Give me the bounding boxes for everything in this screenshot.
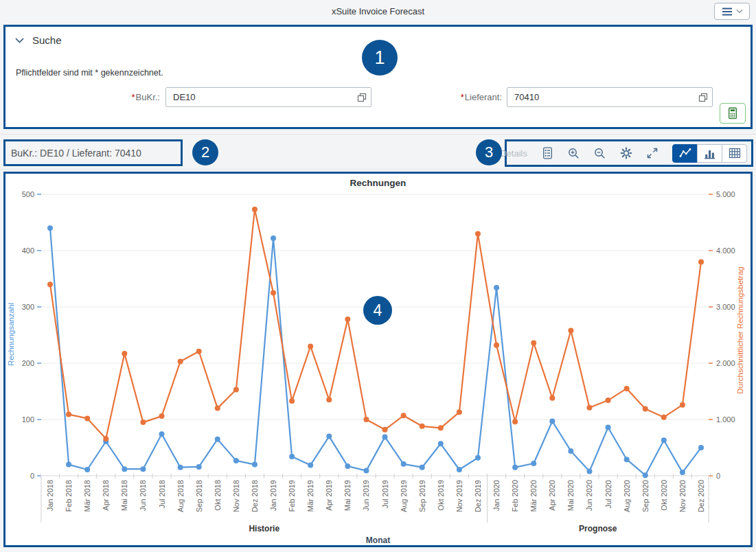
x-axis-label: Mai 2019 xyxy=(343,480,352,511)
data-point xyxy=(215,406,220,411)
data-point xyxy=(549,419,555,424)
chevron-down-icon xyxy=(736,9,743,14)
data-point xyxy=(122,466,127,472)
y-right-tick-label: 1.000 xyxy=(716,415,735,424)
lieferant-input[interactable] xyxy=(507,88,691,106)
data-point xyxy=(215,437,220,442)
x-axis-label: Jul 2019 xyxy=(381,480,389,509)
data-point xyxy=(438,441,444,446)
data-point xyxy=(363,417,369,422)
go-calculate-button[interactable] xyxy=(720,103,746,124)
data-point xyxy=(47,225,53,231)
filter-summary-text: BuKr.: DE10 / Lieferant: 70410 xyxy=(5,148,141,159)
data-point xyxy=(233,387,239,393)
required-fields-hint: Pflichtfelder sind mit * gekennzeichnet. xyxy=(16,68,163,78)
calculator-icon xyxy=(726,107,739,119)
bar-chart-icon xyxy=(704,148,715,159)
y-left-tick-label: 0 xyxy=(30,472,34,480)
data-point xyxy=(289,398,295,404)
data-point xyxy=(698,259,704,264)
data-point xyxy=(363,468,369,474)
x-axis-label: Sep 2019 xyxy=(418,480,426,512)
x-axis-label: Sep 2020 xyxy=(641,480,650,512)
y-left-tick-label: 100 xyxy=(22,415,34,424)
zoom-in-icon xyxy=(568,148,580,159)
x-axis-label: Okt 2019 xyxy=(437,480,445,511)
bar-chart-toggle[interactable] xyxy=(697,144,722,163)
x-axis-label: Feb 2019 xyxy=(288,480,296,511)
bukr-input[interactable] xyxy=(166,88,350,106)
x-axis-label: Okt 2018 xyxy=(214,480,222,511)
y-right-tick-label: 2.000 xyxy=(716,359,735,367)
x-axis-label: Apr 2020 xyxy=(548,480,556,511)
filter-summary-box: BuKr.: DE10 / Lieferant: 70410 xyxy=(3,139,183,166)
zoom-out-button[interactable] xyxy=(594,148,606,159)
bukr-input-wrapper xyxy=(165,87,371,107)
line-chart-toggle[interactable] xyxy=(672,144,698,163)
data-point xyxy=(494,343,499,348)
data-point xyxy=(140,466,146,472)
x-axis-label: Mai 2020 xyxy=(566,480,575,511)
fullscreen-button[interactable] xyxy=(647,148,658,159)
data-point xyxy=(624,386,630,391)
data-point xyxy=(586,468,592,474)
x-axis-label: Aug 2019 xyxy=(400,480,408,512)
legend-icon xyxy=(542,147,553,159)
data-point xyxy=(643,472,648,478)
data-point xyxy=(382,427,388,433)
x-axis-label: Jul 2020 xyxy=(604,480,612,509)
data-point xyxy=(178,465,183,470)
divider xyxy=(0,169,756,170)
value-help-icon[interactable] xyxy=(357,93,367,105)
y-left-tick-label: 400 xyxy=(22,246,34,255)
data-point xyxy=(233,458,239,463)
data-point xyxy=(494,285,499,290)
x-axis-label: Nov 2020 xyxy=(678,480,687,512)
x-axis-label: Mai 2018 xyxy=(120,480,128,511)
data-point xyxy=(252,207,257,212)
x-axis-label: Mär 2018 xyxy=(83,480,91,511)
divider xyxy=(0,134,756,135)
data-point xyxy=(326,397,332,402)
y-left-tick-label: 200 xyxy=(22,359,34,367)
chevron-down-icon xyxy=(15,38,24,43)
data-point xyxy=(122,351,127,356)
x-axis-label: Okt 2020 xyxy=(660,480,668,511)
data-point xyxy=(382,434,388,439)
data-point xyxy=(698,445,704,450)
x-axis-label: Feb 2020 xyxy=(511,480,519,511)
x-axis-label: Dez 2019 xyxy=(474,480,482,512)
lieferant-input-wrapper xyxy=(507,87,713,107)
data-point xyxy=(680,470,685,475)
data-point xyxy=(271,235,276,241)
x-axis-label: Dez 2018 xyxy=(251,480,259,512)
table-icon xyxy=(729,148,741,159)
data-point xyxy=(66,412,71,417)
data-point xyxy=(512,419,518,424)
x-axis-label: Feb 2018 xyxy=(65,480,73,511)
data-point xyxy=(308,343,313,349)
value-help-icon[interactable] xyxy=(698,93,708,105)
fullscreen-icon xyxy=(647,148,658,159)
annotation-badge-4: 4 xyxy=(363,296,392,325)
settings-button[interactable] xyxy=(620,147,632,159)
bukr-field-label: *BuKr.: xyxy=(5,92,160,102)
chart-toolbar: Details xyxy=(505,139,753,167)
table-toggle[interactable] xyxy=(722,144,747,163)
data-point xyxy=(457,467,462,472)
data-point xyxy=(66,462,71,468)
category-group-label: Historie xyxy=(249,524,279,533)
zoom-in-button[interactable] xyxy=(568,148,580,159)
required-asterisk: * xyxy=(132,92,135,102)
app-menu-button[interactable] xyxy=(714,3,750,20)
search-panel-collapse-toggle[interactable]: Suche xyxy=(15,34,62,46)
chart-plot-area[interactable]: 001001.0002002.0003003.0004004.0005005.0… xyxy=(5,174,751,545)
app-header: xSuite Invoice Forecast xyxy=(0,0,756,23)
annotation-badge-2: 2 xyxy=(192,139,218,165)
y-right-tick-label: 5.000 xyxy=(716,190,735,198)
x-axis-label: Jan 2020 xyxy=(492,480,501,511)
legend-button[interactable] xyxy=(542,147,553,159)
hamburger-menu-icon xyxy=(722,7,733,16)
x-axis-label: Jul 2018 xyxy=(158,480,166,509)
data-point xyxy=(420,424,425,429)
